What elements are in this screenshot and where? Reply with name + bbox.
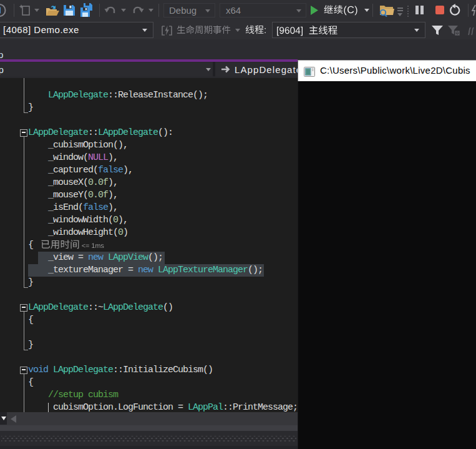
code-line: _captured(false), [28, 164, 133, 177]
process-dropdown-caret [142, 29, 147, 32]
code-line: _windowWidth(0), [28, 214, 128, 227]
code-line: void LAppDelegate::InitializeCubism() [28, 364, 213, 377]
redo-icon[interactable] [131, 4, 145, 16]
outline-collapse-box[interactable] [20, 129, 27, 137]
lifecycle-events-glyphs [177, 24, 233, 36]
app-window-titlebar[interactable]: C:\Users\Public\work\Live2D\Cubis [298, 60, 476, 81]
code-line: _cubismOption(), [28, 139, 128, 152]
navigate-backward-icon[interactable] [0, 3, 7, 17]
partial-flag-icon[interactable] [467, 24, 476, 37]
continue-button[interactable]: 继续(C) [310, 3, 371, 18]
code-line: } [28, 277, 33, 289]
save-icon[interactable] [62, 4, 76, 17]
config-dropdown-caret [205, 9, 210, 12]
solution-configurations-value: Debug [169, 5, 197, 16]
scroll-left-icon[interactable] [11, 415, 16, 423]
tab-strip: p [0, 39, 476, 59]
platform-dropdown-caret [296, 9, 301, 12]
open-file-icon[interactable] [45, 3, 61, 17]
navbar-member-text: LAppDelegate [235, 64, 302, 75]
code-line: LAppDelegate::LAppDelegate(): [28, 127, 173, 139]
toolbar-separator [372, 4, 373, 17]
continue-play-icon [310, 5, 319, 16]
toolbar-separator [158, 4, 159, 17]
perf-tip[interactable]: 已用时间 <= 1ms [41, 239, 109, 251]
panel-grip-dots [1, 436, 296, 442]
undo-dropdown-caret[interactable] [121, 9, 126, 12]
code-line: { [28, 239, 33, 252]
toolbar-separator [468, 4, 469, 17]
code-line: _window(NULL), [28, 152, 118, 164]
code-line: _mouseY(0.0f), [28, 189, 118, 202]
flagged-threads-filter-icon[interactable] [447, 24, 460, 37]
scrollbar-options-box[interactable] [0, 412, 7, 425]
code-line: _isEnd(false), [28, 202, 118, 214]
screen: Debug x64 继续(C) [0, 0, 476, 449]
app-window-icon [304, 67, 315, 77]
thread-dropdown[interactable]: [9604] 主线程 [272, 22, 425, 38]
toolbar-separator [14, 4, 14, 17]
thread-caption-glyphs [245, 24, 269, 36]
thread-value-glyphs [276, 24, 340, 37]
arrow-right-icon [221, 65, 231, 74]
continue-dropdown-caret[interactable] [364, 9, 369, 12]
code-line: _textureManager = new LAppTextureManager… [28, 264, 263, 277]
outline-connector-line [24, 137, 24, 288]
app-window-title: C:\Users\Public\work\Live2D\Cubis [320, 65, 476, 76]
code-line: //setup cubism [28, 389, 118, 402]
outline-hook [24, 112, 28, 113]
lifecycle-dropdown-caret [235, 29, 240, 32]
toolbar-separator [99, 4, 100, 17]
scrollbar-options-caret [1, 417, 6, 420]
breakpoint-dropdown-icon[interactable] [397, 7, 403, 16]
lifecycle-events-button[interactable]: 生命周期事件 [177, 22, 239, 37]
code-line: _view = new LAppView(); [28, 252, 163, 264]
code-line: } [28, 339, 33, 352]
app-window-content[interactable] [298, 81, 476, 449]
process-value: [4068] Demo.exe [3, 24, 79, 35]
lifecycle-events-icon[interactable] [160, 24, 173, 37]
find-in-files-icon[interactable] [378, 3, 395, 17]
solution-configurations-dropdown[interactable]: Debug [163, 3, 215, 17]
pause-icon[interactable] [415, 6, 425, 14]
code-line: { [28, 377, 33, 389]
continue-label-glyphs [324, 4, 360, 16]
text-caret [48, 403, 49, 412]
demo-app-window[interactable]: C:\Users\Public\work\Live2D\Cubis [298, 60, 476, 449]
code-line: { [28, 314, 33, 327]
restart-icon[interactable] [449, 4, 462, 17]
standard-toolbar: Debug x64 继续(C) [0, 0, 476, 21]
outline-hook [24, 350, 28, 350]
code-line: cubismOption.LogFunction = LAppPal::Prin… [28, 402, 298, 412]
outline-hook [24, 287, 28, 288]
thread-caption: 线程: [245, 22, 270, 37]
add-item-dropdown-caret[interactable] [34, 9, 39, 12]
outline-connector-line [24, 312, 24, 350]
thread-dropdown-caret [414, 29, 419, 32]
code-line: } [28, 102, 33, 114]
redo-dropdown-caret[interactable] [148, 9, 153, 12]
filter-threads-icon[interactable] [430, 24, 444, 37]
code-line: LAppDelegate::~LAppDelegate() [28, 302, 173, 314]
outline-collapse-box[interactable] [20, 304, 27, 312]
stop-icon[interactable] [435, 6, 444, 14]
process-dropdown[interactable]: [4068] Demo.exe [0, 22, 153, 38]
perf-tip-glyphs [41, 239, 109, 251]
outline-connector-line [24, 374, 24, 413]
outline-connector-line [24, 78, 24, 113]
navbar-scope-dropdown[interactable]: p [0, 62, 213, 77]
code-line: LAppDelegate::ReleaseInstance(); [28, 89, 208, 102]
partial-toolbar-icon[interactable] [472, 4, 476, 17]
code-line: _windowHeight(0) [28, 227, 128, 239]
navbar-scope-caret [206, 68, 211, 71]
save-all-icon[interactable] [79, 2, 95, 18]
code-line: _mouseX(0.0f), [28, 177, 118, 189]
solution-platforms-dropdown[interactable]: x64 [220, 3, 306, 17]
add-item-icon[interactable] [19, 4, 32, 17]
outline-collapse-box[interactable] [20, 367, 27, 374]
debug-location-toolbar: [4068] Demo.exe 生命周期事件 线程: [9604] 主线程 [0, 21, 476, 39]
toolbar-grip[interactable] [407, 5, 409, 17]
undo-icon[interactable] [104, 4, 117, 16]
navbar-scope-partial: p [0, 64, 6, 75]
bottom-panel-lower [0, 446, 298, 449]
